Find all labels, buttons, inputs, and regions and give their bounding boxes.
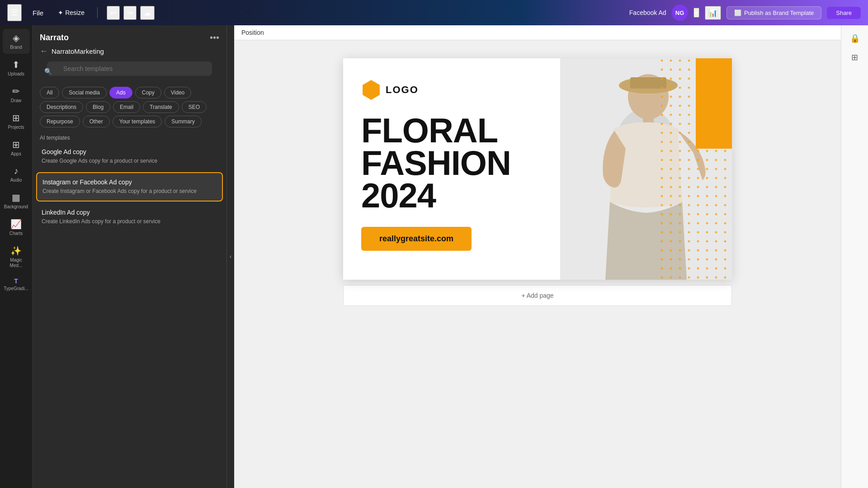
magic-med-icon: ✨ xyxy=(10,245,22,256)
template-list: Google Ad copy Create Google Ads copy fo… xyxy=(33,143,226,488)
canvas-headline: FLORAL FASHION 2024 xyxy=(361,114,542,212)
sidebar-item-projects[interactable]: ⊞ Projects xyxy=(3,109,30,134)
logo-hexagon xyxy=(361,80,381,100)
right-panel: 🔒 ⊞ xyxy=(841,25,868,488)
avatar[interactable]: NG xyxy=(672,5,688,21)
publish-brand-template-button[interactable]: ⬜ Publish as Brand Template xyxy=(726,6,821,19)
apps-icon: ⊞ xyxy=(12,139,20,150)
filter-summary[interactable]: Summary xyxy=(165,116,201,127)
sidebar-collapse-button[interactable]: ‹ xyxy=(227,25,234,488)
add-page-button[interactable]: + Add page xyxy=(343,285,732,306)
search-input[interactable] xyxy=(47,61,212,76)
filter-translate[interactable]: Translate xyxy=(143,101,179,113)
template-desc: Create Google Ads copy for a product or … xyxy=(42,157,217,165)
resize-button[interactable]: ✦ Resize xyxy=(54,7,88,18)
template-linkedin-ad-copy[interactable]: LinkedIn Ad copy Create LinkedIn Ads cop… xyxy=(36,203,223,231)
charts-icon: 📈 xyxy=(10,219,22,230)
panel-section-title: NarratoMarketing xyxy=(52,47,104,55)
filter-repurpose[interactable]: Repurpose xyxy=(40,116,80,127)
panel-header: Narrato ••• xyxy=(33,25,226,47)
filter-descriptions[interactable]: Descriptions xyxy=(40,101,83,113)
sidebar-item-background[interactable]: ▦ Background xyxy=(3,188,30,213)
typegrad-icon: T xyxy=(14,277,18,285)
filter-video[interactable]: Video xyxy=(164,87,191,99)
sidebar-item-magic-med[interactable]: ✨ Magic Med... xyxy=(3,242,30,272)
filter-ads[interactable]: Ads xyxy=(109,87,132,99)
filter-seo[interactable]: SEO xyxy=(182,101,207,113)
filter-your-templates[interactable]: Your templates xyxy=(113,116,162,127)
topbar: ☰ File ✦ Resize ↩ ↪ ☁ Facebook Ad NG + 📊… xyxy=(0,0,868,25)
template-instagram-facebook-ad[interactable]: Instagram or Facebook Ad copy Create Ins… xyxy=(36,172,223,202)
icon-sidebar: ◈ Brand ⬆ Uploads ✏ Draw ⊞ Projects ⊞ Ap… xyxy=(0,25,33,488)
sidebar-item-uploads[interactable]: ⬆ Uploads xyxy=(3,56,30,80)
topbar-right: Facebook Ad NG + 📊 ⬜ Publish as Brand Te… xyxy=(629,5,861,21)
canvas-cta-button[interactable]: reallygreatsite.com xyxy=(361,227,472,251)
undo-button[interactable]: ↩ xyxy=(107,6,120,20)
stats-button[interactable]: 📊 xyxy=(705,6,721,20)
cloud-save-button[interactable]: ☁ xyxy=(140,6,155,20)
sidebar-item-audio[interactable]: ♪ Audio xyxy=(3,162,30,187)
canvas-area: Position LOGO FLORAL FASHION 2024 xyxy=(234,25,841,488)
publish-icon: ⬜ xyxy=(734,9,741,16)
sidebar-item-charts[interactable]: 📈 Charts xyxy=(3,215,30,240)
sidebar-item-draw[interactable]: ✏ Draw xyxy=(3,82,30,107)
lock-icon[interactable]: 🔒 xyxy=(847,31,863,46)
panel-sidebar: Narrato ••• ← NarratoMarketing 🔍 All Soc… xyxy=(33,25,227,488)
template-google-ad-copy[interactable]: Google Ad copy Create Google Ads copy fo… xyxy=(36,143,223,170)
template-title: LinkedIn Ad copy xyxy=(42,209,217,216)
draw-icon: ✏ xyxy=(12,86,20,97)
filter-email[interactable]: Email xyxy=(113,101,140,113)
panel-more-button[interactable]: ••• xyxy=(210,33,219,43)
sidebar-item-typegrad[interactable]: T TypeGradi... xyxy=(3,274,30,295)
svg-rect-3 xyxy=(630,77,666,89)
projects-icon: ⊞ xyxy=(12,113,20,123)
add-collaborator-button[interactable]: + xyxy=(693,8,699,18)
filter-all[interactable]: All xyxy=(40,87,59,99)
search-wrap: 🔍 xyxy=(40,61,219,81)
redo-button[interactable]: ↪ xyxy=(123,6,137,20)
canvas-logo: LOGO xyxy=(361,80,542,100)
filter-copy[interactable]: Copy xyxy=(135,87,161,99)
template-desc: Create LinkedIn Ads copy for a product o… xyxy=(42,218,217,225)
filter-blog[interactable]: Blog xyxy=(86,101,110,113)
template-title: Instagram or Facebook Ad copy xyxy=(42,178,217,186)
panel-back: ← NarratoMarketing xyxy=(33,47,226,61)
file-button[interactable]: File xyxy=(29,7,47,19)
canvas-scroll[interactable]: LOGO FLORAL FASHION 2024 reallygreatsite… xyxy=(234,40,841,488)
menu-icon[interactable]: ☰ xyxy=(7,4,22,21)
nav-icons: ↩ ↪ ☁ xyxy=(107,6,155,20)
uploads-icon: ⬆ xyxy=(12,59,20,70)
logo-text: LOGO xyxy=(386,84,419,96)
ai-templates-label: AI templates xyxy=(33,131,226,143)
topbar-divider xyxy=(97,7,98,18)
canvas-type-label: Facebook Ad xyxy=(629,9,666,16)
filter-other[interactable]: Other xyxy=(83,116,110,127)
panel-title: Narrato xyxy=(40,33,69,42)
sidebar-item-apps[interactable]: ⊞ Apps xyxy=(3,136,30,160)
canvas-left-content: LOGO FLORAL FASHION 2024 reallygreatsite… xyxy=(343,58,560,280)
filter-social-media[interactable]: Social media xyxy=(62,87,107,99)
search-icon: 🔍 xyxy=(44,68,52,75)
sidebar-item-brand[interactable]: ◈ Brand xyxy=(3,29,30,54)
canvas-right-image xyxy=(560,58,732,280)
brand-icon: ◈ xyxy=(13,33,19,43)
main-area: ◈ Brand ⬆ Uploads ✏ Draw ⊞ Projects ⊞ Ap… xyxy=(0,25,868,488)
audio-icon: ♪ xyxy=(14,166,19,176)
template-desc: Create Instagram or Facebook Ads copy fo… xyxy=(42,188,217,195)
canvas-toolbar: Position xyxy=(234,25,841,40)
panel-back-button[interactable]: ← xyxy=(40,47,48,56)
template-title: Google Ad copy xyxy=(42,148,217,155)
orange-accent-rect xyxy=(696,58,732,149)
resize-icon: ✦ xyxy=(58,9,63,16)
background-icon: ▦ xyxy=(12,192,20,203)
layers-icon[interactable]: ⊞ xyxy=(849,50,861,65)
canvas-page[interactable]: LOGO FLORAL FASHION 2024 reallygreatsite… xyxy=(343,58,732,280)
share-button[interactable]: Share xyxy=(827,7,861,19)
filter-tags: All Social media Ads Copy Video Descript… xyxy=(33,87,226,131)
canvas-position-label: Position xyxy=(241,29,264,36)
